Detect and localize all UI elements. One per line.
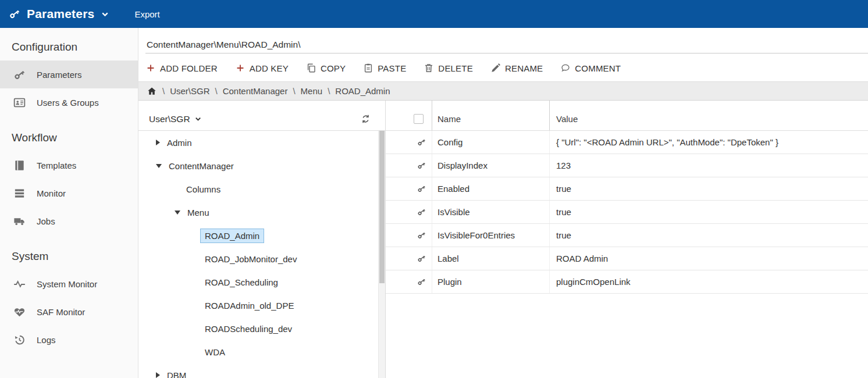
- key-icon: [415, 135, 429, 149]
- table-row-config[interactable]: Config { "Url": "<ROAD Admin URL>", "Aut…: [386, 131, 868, 154]
- table-row-displayindex[interactable]: DisplayIndex 123: [386, 154, 868, 177]
- tree-item-road-jobmonitor-dev[interactable]: ROAD_JobMonitor_dev: [138, 247, 385, 270]
- add-folder-button[interactable]: ADD FOLDER: [145, 63, 218, 73]
- button-label: ADD KEY: [250, 63, 289, 73]
- column-header-value[interactable]: Value: [549, 101, 868, 130]
- sidebar-section-workflow: Workflow: [12, 131, 138, 144]
- heart-pulse-icon: [13, 305, 26, 319]
- tree-item-menu[interactable]: Menu: [138, 201, 385, 224]
- param-name: Plugin: [432, 270, 549, 293]
- tree-item-columns[interactable]: Columns: [138, 177, 385, 201]
- breadcrumb-segment[interactable]: Menu: [301, 86, 323, 96]
- copy-button[interactable]: COPY: [306, 63, 346, 73]
- key-icon: [415, 252, 429, 266]
- plus-icon: [235, 63, 246, 73]
- rename-button[interactable]: RENAME: [490, 63, 543, 73]
- menu-export[interactable]: Export: [134, 9, 159, 19]
- contact-card-icon: [13, 96, 26, 109]
- tree-item-roadscheduling-dev[interactable]: ROADScheduling_dev: [138, 317, 385, 340]
- sidebar-item-monitor[interactable]: Monitor: [0, 179, 138, 207]
- tree-item-label: Menu: [187, 208, 209, 217]
- param-name: IsVisibleFor0Entries: [432, 224, 549, 247]
- history-icon: [13, 333, 26, 347]
- tree-item-contentmanager[interactable]: ContentManager: [138, 154, 385, 177]
- param-value: true: [549, 201, 868, 223]
- table-row-plugin[interactable]: Plugin pluginCmOpenLink: [386, 270, 868, 294]
- path-input[interactable]: [145, 36, 868, 54]
- tree-item-label: WDA: [205, 347, 225, 357]
- select-all-checkbox[interactable]: [414, 114, 424, 124]
- pencil-icon: [490, 63, 501, 73]
- breadcrumb-segment[interactable]: User\SGR: [170, 86, 209, 96]
- sidebar-item-system-monitor[interactable]: System Monitor: [0, 270, 138, 298]
- paste-button[interactable]: PASTE: [363, 63, 406, 73]
- key-icon: [415, 229, 429, 243]
- table-row-label[interactable]: Label ROAD Admin: [386, 247, 868, 270]
- tree-item-admin[interactable]: Admin: [138, 131, 385, 154]
- tree-item-label: Columns: [186, 184, 220, 194]
- paste-icon: [363, 63, 373, 73]
- tree-header: User\SGR: [138, 101, 385, 131]
- tree-item-label: Admin: [167, 138, 192, 148]
- top-bar: Parameters Export: [0, 0, 868, 28]
- key-icon: [415, 275, 429, 289]
- tree-root-dropdown[interactable]: User\SGR: [149, 114, 202, 124]
- breadcrumb-segment[interactable]: ContentManager: [223, 86, 288, 96]
- sidebar-item-label: Jobs: [37, 216, 55, 226]
- tree-item-label-selected: ROAD_Admin: [200, 229, 264, 243]
- column-header-name[interactable]: Name: [432, 101, 549, 130]
- list-bars-icon: [13, 187, 26, 200]
- chevron-down-icon: [100, 9, 110, 19]
- tree-item-road-scheduling[interactable]: ROAD_Scheduling: [138, 270, 385, 294]
- param-value: true: [549, 177, 868, 200]
- table-row-enabled[interactable]: Enabled true: [386, 177, 868, 201]
- sidebar-section-configuration: Configuration: [12, 41, 138, 54]
- path-bar: [138, 28, 868, 55]
- caret-right-icon[interactable]: [156, 372, 160, 378]
- key-icon: [6, 5, 24, 23]
- app-title-dropdown[interactable]: Parameters: [0, 7, 118, 21]
- param-name: Enabled: [432, 177, 549, 200]
- table-row-isvisiblefor0entries[interactable]: IsVisibleFor0Entries true: [386, 224, 868, 247]
- breadcrumb-segment[interactable]: ROAD_Admin: [335, 86, 390, 96]
- delete-button[interactable]: DELETE: [424, 63, 473, 73]
- tree-scrollbar[interactable]: [378, 131, 385, 378]
- comment-button[interactable]: COMMENT: [560, 63, 621, 73]
- tree-item-wda[interactable]: WDA: [138, 340, 385, 363]
- tree-item-label: DBM: [167, 370, 186, 378]
- home-icon[interactable]: [147, 86, 157, 97]
- tree-item-dbm[interactable]: DBM: [138, 363, 385, 378]
- breadcrumb-separator: \: [293, 86, 295, 96]
- caret-down-icon[interactable]: [175, 211, 180, 215]
- param-value: true: [549, 224, 868, 247]
- param-value: ROAD Admin: [549, 247, 868, 270]
- caret-right-icon[interactable]: [156, 140, 160, 145]
- tree-item-road-admin[interactable]: ROAD_Admin: [138, 224, 385, 247]
- button-label: PASTE: [378, 63, 406, 73]
- parameters-table: Name Value Config { "Url": "<ROAD Admin …: [386, 101, 868, 378]
- tree-scrollbar-thumb[interactable]: [379, 131, 385, 283]
- sidebar-item-jobs[interactable]: Jobs: [0, 207, 138, 235]
- pulse-icon: [13, 277, 26, 291]
- tree-item-label: ROAD_JobMonitor_dev: [205, 254, 297, 264]
- tree-item-roadadmin-old-dpe[interactable]: ROADAdmin_old_DPE: [138, 294, 385, 317]
- caret-down-icon[interactable]: [156, 164, 162, 168]
- sidebar-item-templates[interactable]: Templates: [0, 151, 138, 179]
- sidebar-item-users-groups[interactable]: Users & Groups: [0, 88, 138, 116]
- button-label: RENAME: [505, 63, 543, 73]
- add-key-button[interactable]: ADD KEY: [235, 63, 289, 73]
- param-name: Label: [432, 247, 549, 270]
- book-icon: [13, 159, 26, 172]
- sidebar-item-label: Parameters: [37, 70, 82, 80]
- sidebar-item-saf-monitor[interactable]: SAF Monitor: [0, 298, 138, 326]
- content-panes: User\SGR Admin ContentManager Columns: [138, 101, 868, 378]
- breadcrumb-separator: \: [215, 86, 218, 96]
- refresh-icon[interactable]: [360, 113, 371, 124]
- table-row-isvisible[interactable]: IsVisible true: [386, 201, 868, 224]
- sidebar-item-parameters[interactable]: Parameters: [0, 60, 138, 88]
- table-body: Config { "Url": "<ROAD Admin URL>", "Aut…: [386, 131, 868, 378]
- sidebar-item-logs[interactable]: Logs: [0, 326, 138, 354]
- tree-item-label: ContentManager: [169, 161, 234, 171]
- breadcrumb-separator: \: [162, 86, 165, 96]
- app-title: Parameters: [27, 7, 94, 21]
